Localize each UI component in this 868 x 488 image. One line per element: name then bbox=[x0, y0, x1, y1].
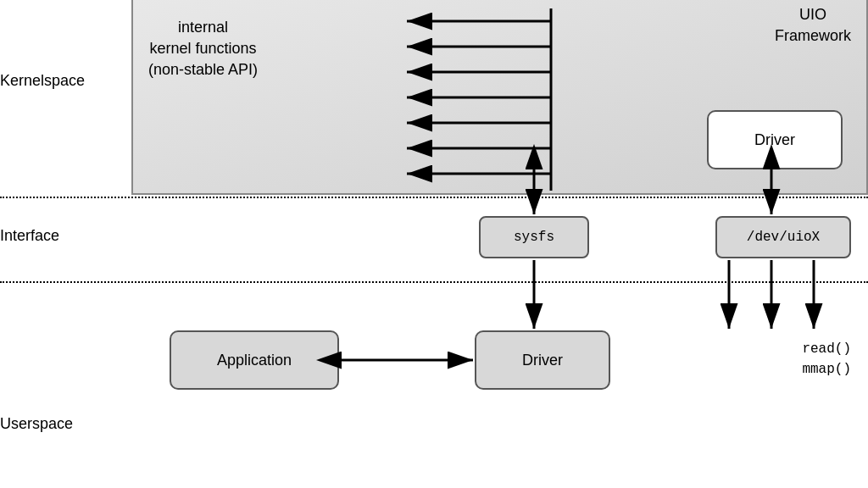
diagram-container: Kernelspace Interface Userspace internal… bbox=[0, 0, 868, 488]
read-mmap-text: read() mmap() bbox=[802, 339, 851, 380]
kernel-functions-text: internal kernel functions (non-stable AP… bbox=[148, 17, 258, 81]
interface-label: Interface bbox=[0, 227, 59, 245]
application-box: Application bbox=[170, 330, 339, 390]
uio-framework-text: UIO Framework bbox=[775, 4, 851, 47]
driver-box-user: Driver bbox=[475, 330, 610, 390]
top-dotted-line bbox=[0, 197, 868, 198]
kernelspace-label: Kernelspace bbox=[0, 72, 85, 90]
bottom-dotted-line bbox=[0, 281, 868, 283]
devuiox-box: /dev/uioX bbox=[715, 216, 851, 258]
driver-box-kernel: Driver bbox=[707, 110, 843, 169]
userspace-label: Userspace bbox=[0, 415, 73, 433]
sysfs-box: sysfs bbox=[479, 216, 589, 258]
